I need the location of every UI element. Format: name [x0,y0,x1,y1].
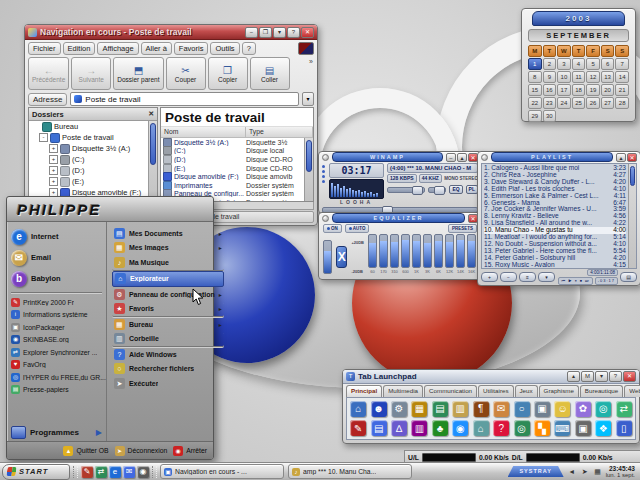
start-menu-item[interactable]: ★ Favoris ▸ [112,302,224,318]
launcher-icon[interactable]: ▯ [616,420,632,436]
launcher-icon[interactable]: ⇄ [616,401,632,417]
calendar-day[interactable]: 29 [528,110,542,122]
calendar-day[interactable]: 3 [557,58,571,70]
folders-scrollbar[interactable] [148,121,157,201]
volume-tray-icon[interactable]: ◄ [567,467,577,477]
launcher-icon[interactable]: ▤ [432,401,448,417]
file-row[interactable]: (E:) Disque CD-RO [161,164,304,173]
launcher-icon[interactable]: ⌨ [554,420,570,436]
equalizer-titlebar[interactable]: EQUALIZER ✕ [319,213,481,223]
calendar-day[interactable]: 11 [572,71,586,83]
start-menu-item[interactable]: ▤ Mes Documents ▸ [112,226,224,241]
restore-button[interactable]: ❐ [259,27,272,38]
tree-expand-toggle[interactable]: + [49,144,58,153]
calendar-day[interactable]: 7 [615,58,629,70]
file-row[interactable]: (C:) Disque local [161,147,304,156]
launcher-icon[interactable]: ▥ [452,401,468,417]
eq-auto-button[interactable]: AUTO [345,224,370,233]
calendar-day[interactable]: 27 [601,97,615,109]
playlist-item[interactable]: 1. Calogero - Aussi libre que moi 3:23 [484,165,626,172]
winamp-minimize-button[interactable]: − [446,153,456,162]
help-button[interactable]: ? [287,27,300,38]
session-button[interactable]: ➤ Déconnexion [115,446,168,456]
playlist-shade-button[interactable]: ▴ [616,153,626,162]
calendar-day[interactable]: 24 [557,97,571,109]
quick-launch-icon[interactable]: e [109,466,121,478]
close-pane-button[interactable]: ✕ [148,110,154,118]
start-menu-item[interactable]: ➤ Exécuter [112,376,224,391]
eq-band-slider[interactable]: 1K [411,234,422,274]
scheduler-tray-icon[interactable]: ▦ [593,467,603,477]
calendar-day[interactable]: 10 [557,71,571,83]
playlist-mini-transport[interactable]: ⏮ ▶ ⏸ ⏹ ⏭ [558,277,592,285]
calendar-day[interactable]: 25 [572,97,586,109]
launcher-icon[interactable]: ☻ [371,401,387,417]
launcher-icon[interactable]: ○ [514,401,530,417]
calendar-day[interactable]: 2 [543,58,557,70]
playlist-item[interactable]: 3. Dave Steward & Candy Duffer - L... 4:… [484,179,626,186]
eq-band-slider[interactable]: 60 [367,234,378,274]
launcher-icon[interactable]: ▣ [575,420,591,436]
calendar-day[interactable]: 18 [572,84,586,96]
launchpad-help-button[interactable]: ? [609,371,622,382]
launcher-icon[interactable]: ▥ [411,420,427,436]
file-row[interactable]: Imprimantes Dossier systèm [161,181,304,190]
file-row[interactable]: Disquette 3½ (A:) Disquette 3½ [161,138,304,147]
launchpad-tab[interactable]: Jeux [515,385,538,397]
tree-expand-toggle[interactable]: + [49,155,58,164]
launchpad-shade-button[interactable]: ▾ [595,371,608,382]
playlist-item[interactable]: 6. Genesis - Mama 6:47 [484,200,626,207]
start-menu-item[interactable]: e Internet [11,226,106,247]
playlist-item[interactable]: 13. Peter Gabriel - Here comes the fl...… [484,248,626,255]
playlist-item[interactable]: 4. Edith Piaf - Les trois cloches 4:10 [484,186,626,193]
file-row[interactable]: Disque amovible (F:) Disque amovib [161,172,304,181]
programs-menu-item[interactable]: Programmes ▶ [11,423,106,441]
paste-button[interactable]: ▤ Coller [250,57,290,90]
tree-item[interactable]: + (E:) [29,176,148,187]
playlist-misc-button[interactable]: ▾ [538,272,555,282]
launchpad-close-button[interactable]: ✕ [623,371,636,382]
start-menu-item[interactable]: ⌂ Explorateur [112,271,224,288]
launcher-icon[interactable]: ◎ [514,420,530,436]
launcher-icon[interactable]: ¶ [473,401,489,417]
eq-band-slider[interactable]: 12K [444,234,455,274]
winamp-menu-dot-icon[interactable] [322,154,329,161]
eq-band-slider[interactable]: 310 [389,234,400,274]
launcher-icon[interactable]: ? [493,420,509,436]
eq-on-button[interactable]: ON [323,224,342,233]
menu-fichier[interactable]: Fichier [28,42,61,55]
start-menu-item[interactable]: ♪ Ma Musique [112,255,224,271]
tree-expand-toggle[interactable]: + [49,166,58,175]
launchpad-tab[interactable]: Communication [424,385,477,397]
launchpad-tab[interactable]: Bureautique [580,385,623,397]
start-menu-item[interactable]: ◉ SKINBASE.org [11,334,106,347]
start-menu-item[interactable]: ○ Rechercher fichiers [112,362,224,377]
tree-expand-toggle[interactable]: - [39,133,48,142]
calendar-day[interactable]: 20 [601,84,615,96]
launchpad-tab[interactable]: Web [624,385,640,397]
session-button[interactable]: ◉ Arrêter [173,446,207,456]
cut-button[interactable]: ✂ Couper [166,57,206,90]
up-folder-button[interactable]: ⬒ Dossier parent [113,57,163,90]
playlist-list-button[interactable]: ▤ [620,272,637,282]
calendar-day[interactable]: 23 [543,97,557,109]
playlist-item[interactable]: 11. Meatloaf - I would do anything for..… [484,234,626,241]
playlist-item[interactable]: 9. Lisa Stansfield - All around the w...… [484,220,626,227]
calendar-day[interactable]: 15 [528,84,542,96]
launcher-icon[interactable]: ◉ [452,420,468,436]
eq-band-slider[interactable]: 16K [466,234,477,274]
launcher-icon[interactable]: ♣ [432,420,448,436]
tree-item[interactable]: + (C:) [29,154,148,165]
tree-item[interactable]: + (D:) [29,165,148,176]
file-row[interactable]: (D:) Disque CD-RO [161,155,304,164]
launcher-icon[interactable]: ⌂ [473,420,489,436]
playlist-remove-button[interactable]: − [500,272,517,282]
quick-launch-icon[interactable]: ✎ [81,466,93,478]
start-menu-item[interactable]: ✉ Email [11,247,106,268]
launcher-icon[interactable]: ✉ [493,401,509,417]
calendar-day[interactable]: 5 [586,58,600,70]
calendar-day[interactable]: 6 [601,58,615,70]
playlist-close-button[interactable]: ✕ [627,153,637,162]
start-menu-item[interactable]: ? Aide Windows [112,347,224,362]
eq-band-slider[interactable]: 600 [400,234,411,274]
